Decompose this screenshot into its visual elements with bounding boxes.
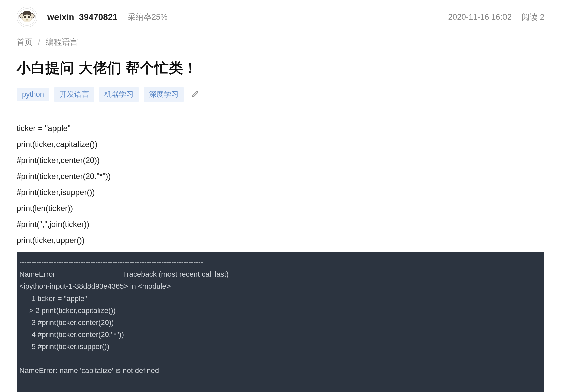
tag-deep-learning[interactable]: 深度学习 xyxy=(144,87,184,102)
tag-dev-language[interactable]: 开发语言 xyxy=(54,87,94,102)
breadcrumb-home[interactable]: 首页 xyxy=(17,37,33,47)
svg-point-7 xyxy=(28,16,30,18)
accept-rate: 采纳率25% xyxy=(128,12,168,22)
svg-point-6 xyxy=(24,16,26,18)
monkey-avatar-icon xyxy=(18,8,36,26)
avatar[interactable] xyxy=(17,7,37,27)
edit-tags-icon[interactable] xyxy=(191,90,199,99)
reads-count: 阅读 2 xyxy=(522,12,544,22)
author-block: weixin_39470821 采纳率25% xyxy=(17,7,168,27)
post-header: weixin_39470821 采纳率25% 2020-11-16 16:02 … xyxy=(17,7,544,27)
error-output-block: ----------------------------------------… xyxy=(17,252,544,392)
tag-python[interactable]: python xyxy=(17,88,49,101)
breadcrumb-category[interactable]: 编程语言 xyxy=(46,37,78,47)
tags-row: python 开发语言 机器学习 深度学习 xyxy=(17,87,544,102)
svg-point-8 xyxy=(26,19,28,20)
username[interactable]: weixin_39470821 xyxy=(47,12,118,22)
question-code-block: ticker = "apple" print(ticker,capitalize… xyxy=(17,120,544,248)
breadcrumb-separator: / xyxy=(38,37,40,47)
post-title: 小白提问 大佬们 帮个忙类！ xyxy=(17,59,544,77)
post-meta: 2020-11-16 16:02 阅读 2 xyxy=(448,12,544,22)
svg-point-5 xyxy=(23,14,31,22)
timestamp: 2020-11-16 16:02 xyxy=(448,12,512,22)
breadcrumb: 首页 / 编程语言 xyxy=(17,37,544,47)
tag-machine-learning[interactable]: 机器学习 xyxy=(99,87,139,102)
